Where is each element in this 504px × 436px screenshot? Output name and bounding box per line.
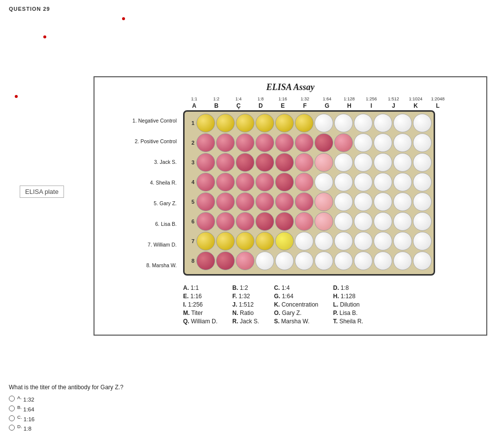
well-3-3 [236, 153, 254, 172]
well-6-1 [196, 212, 215, 231]
radio-C[interactable] [9, 415, 15, 421]
well-5-1 [196, 192, 215, 211]
well-4-5 [275, 173, 294, 191]
well-7-4 [255, 232, 274, 250]
row-labels: 1. Negative Control 2. Positive Control … [102, 110, 183, 276]
elisa-box: ELISA Assay 1:1 1:2 1:4 1:8 1:16 1:32 1:… [94, 76, 487, 336]
well-6-6 [295, 212, 314, 231]
col-D: D [250, 102, 272, 109]
plate-row-6: 6 [187, 212, 432, 231]
radio-A[interactable] [9, 396, 15, 402]
row-label-5: 5. Gary Z. [102, 193, 181, 214]
option-C-label: C. 1:16 [17, 414, 34, 422]
dot-2 [43, 35, 46, 38]
row-label-1: 1. Negative Control [102, 110, 181, 131]
legend-col-3: C. 1:4 G. 1:64 K. Concentration O. Gary … [274, 284, 318, 325]
well-7-12 [413, 232, 432, 250]
legend-T: T. Sheila R. [333, 318, 363, 325]
col-B: B [205, 102, 227, 109]
plate-row-8: 8 [187, 251, 432, 270]
row-label-3: 3. Jack S. [102, 152, 181, 172]
well-2-10 [374, 133, 392, 152]
well-5-3 [236, 192, 254, 211]
legend-N: N. Ratio [232, 310, 259, 316]
legend-Q: Q. William D. [183, 318, 218, 325]
radio-D[interactable] [9, 425, 15, 431]
well-8-1 [196, 251, 215, 270]
question-number: QUESTION 29 [9, 6, 50, 12]
option-D[interactable]: D. 1:8 [9, 424, 124, 432]
well-2-4 [255, 133, 274, 152]
col-F: F [294, 102, 316, 109]
legend-G: G. 1:64 [274, 293, 318, 300]
option-A[interactable]: A. 1:32 [9, 395, 124, 403]
legend-col-4: D. 1:8 H. 1:128 L. Dilution P. Lisa B. T… [333, 284, 363, 325]
well-8-2 [216, 251, 235, 270]
radio-B[interactable] [9, 405, 15, 411]
row-label-4: 4. Sheila R. [102, 172, 181, 193]
question-text: What is the titer of the antibody for Ga… [9, 384, 124, 391]
well-2-5 [275, 133, 294, 152]
option-D-label: D. 1:8 [17, 424, 32, 432]
well-6-10 [374, 212, 392, 231]
well-1-12 [413, 114, 432, 132]
well-6-9 [354, 212, 373, 231]
well-5-2 [216, 192, 235, 211]
well-8-5 [275, 251, 294, 270]
well-1-6 [295, 114, 314, 132]
legend-H: H. 1:128 [333, 293, 363, 300]
well-6-7 [315, 212, 333, 231]
col-G: G [316, 102, 338, 109]
well-6-2 [216, 212, 235, 231]
option-C[interactable]: C. 1:16 [9, 414, 124, 422]
well-4-6 [295, 173, 314, 191]
well-1-3 [236, 114, 254, 132]
row-label-6: 6. Lisa B. [102, 214, 181, 234]
plate-row-4: 4 [187, 173, 432, 191]
dilution-12: 1:2048 [427, 96, 449, 101]
well-1-11 [393, 114, 412, 132]
well-6-12 [413, 212, 432, 231]
well-4-10 [374, 173, 392, 191]
well-7-7 [315, 232, 333, 250]
well-6-5 [275, 212, 294, 231]
well-2-2 [216, 133, 235, 152]
well-5-11 [393, 192, 412, 211]
legend-A: A. 1:1 [183, 284, 218, 291]
plate-row-1: 1 [187, 114, 432, 132]
well-8-9 [354, 251, 373, 270]
well-4-7 [315, 173, 333, 191]
well-2-6 [295, 133, 314, 152]
col-I: I [360, 102, 382, 109]
well-3-8 [334, 153, 353, 172]
well-7-1 [196, 232, 215, 250]
well-8-12 [413, 251, 432, 270]
dilution-2: 1:2 [205, 96, 227, 101]
col-J: J [382, 102, 405, 109]
dilution-row: 1:1 1:2 1:4 1:8 1:16 1:32 1:64 1:128 1:2… [183, 96, 479, 101]
option-B-label: B. 1:64 [17, 405, 34, 412]
legend-R: R. Jack S. [232, 318, 259, 325]
well-5-8 [334, 192, 353, 211]
well-7-5 [275, 232, 294, 250]
option-B[interactable]: B. 1:64 [9, 405, 124, 412]
well-6-3 [236, 212, 254, 231]
col-L: L [427, 102, 449, 109]
plate-row-5: 5 [187, 192, 432, 211]
well-3-12 [413, 153, 432, 172]
well-5-7 [315, 192, 333, 211]
legend-C: C. 1:4 [274, 284, 318, 291]
well-2-11 [393, 133, 412, 152]
well-2-1 [196, 133, 215, 152]
plate-row-2: 2 [187, 133, 432, 152]
elisa-plate-label: ELISA plate [20, 186, 64, 198]
well-4-4 [255, 173, 274, 191]
well-1-1 [196, 114, 215, 132]
legend-F: F. 1:32 [232, 293, 259, 300]
plate-row-3: 3 [187, 153, 432, 172]
well-4-3 [236, 173, 254, 191]
legend-S: S. Marsha W. [274, 318, 318, 325]
well-1-2 [216, 114, 235, 132]
dilution-9: 1:256 [360, 96, 382, 101]
well-8-10 [374, 251, 392, 270]
